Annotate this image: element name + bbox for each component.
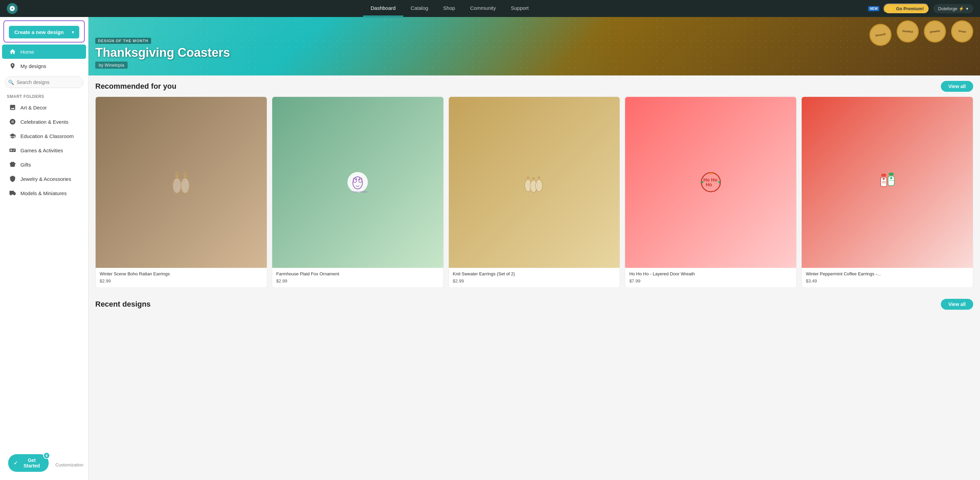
product-card-2[interactable]: Knit Sweater Earrings (Set of 2) $2.99 xyxy=(449,97,620,288)
jewelry-icon xyxy=(9,175,16,182)
customization-label: Customization xyxy=(56,462,83,467)
image-icon xyxy=(9,104,16,111)
svg-rect-2 xyxy=(176,176,178,177)
smart-folders-label: Smart folders xyxy=(0,92,88,100)
get-started-badge: 4 xyxy=(43,452,50,459)
product-name-0: Winter Scene Boho Rattan Earrings xyxy=(100,271,263,277)
sidebar-item-celebration-events[interactable]: Celebration & Events xyxy=(2,114,86,129)
svg-rect-27 xyxy=(881,174,886,176)
svg-point-10 xyxy=(355,179,356,180)
recommended-title: Recommended for you xyxy=(95,82,176,91)
product-image-4 xyxy=(802,97,973,268)
product-name-1: Farmhouse Plaid Fox Ornament xyxy=(276,271,439,277)
recommended-section: Recommended for you View all xyxy=(89,76,980,293)
product-name-2: Knit Sweater Earrings (Set of 2) xyxy=(453,271,616,277)
nav-shop[interactable]: Shop xyxy=(436,0,463,17)
svg-point-1 xyxy=(181,178,189,193)
create-new-design-button[interactable]: Create a new design ▾ xyxy=(9,26,79,38)
logo-icon xyxy=(9,5,15,11)
recommended-product-grid: Winter Scene Boho Rattan Earrings $2.99 xyxy=(95,97,973,288)
search-wrapper: 🔍 xyxy=(0,73,88,92)
go-premium-button[interactable]: ⚡ Go Premium! xyxy=(883,3,929,14)
product-name-4: Winter Peppermint Coffee Earrings -... xyxy=(806,271,969,277)
coaster-3: grateful xyxy=(923,19,947,43)
sidebar-item-art-decor[interactable]: Art & Decor xyxy=(2,100,86,114)
sidebar-item-my-designs[interactable]: My designs xyxy=(2,59,86,73)
product-image-3: Ho Ho Ho xyxy=(625,97,796,268)
main-layout: Create a new design ▾ Home My designs 🔍 xyxy=(0,17,980,480)
product-info-1: Farmhouse Plaid Fox Ornament $2.99 xyxy=(272,268,443,288)
get-started-button[interactable]: 4 ✓ Get Started xyxy=(8,454,49,472)
hero-tag: Design of the Month xyxy=(95,38,151,44)
new-badge: NEW xyxy=(868,6,879,11)
product-info-3: Ho Ho Ho - Layered Door Wreath $7.99 xyxy=(625,268,796,288)
sidebar-item-games-activities[interactable]: Games & Activities xyxy=(2,143,86,157)
coaster-2: thankful xyxy=(896,19,920,43)
product-price-0: $2.99 xyxy=(100,279,263,284)
svg-rect-28 xyxy=(889,173,894,176)
product-price-1: $2.99 xyxy=(276,279,439,284)
svg-point-5 xyxy=(184,172,186,175)
product-image-0 xyxy=(95,97,267,268)
sidebar-item-education-classroom[interactable]: Education & Classroom xyxy=(2,129,86,143)
hero-title: Thanksgiving Coasters xyxy=(95,46,230,60)
product-card-4[interactable]: Winter Peppermint Coffee Earrings -... $… xyxy=(801,97,973,288)
designs-icon xyxy=(9,62,16,70)
games-icon xyxy=(9,147,16,154)
svg-rect-17 xyxy=(532,177,535,179)
nav-links: Dashboard Catalog Shop Community Support xyxy=(31,0,868,17)
nav-right-actions: NEW ⚡ Go Premium! Doleforge ⚡ ▾ xyxy=(868,3,973,14)
svg-point-22 xyxy=(701,181,703,183)
svg-text:Ho: Ho xyxy=(706,182,712,187)
search-input[interactable] xyxy=(5,76,83,88)
svg-point-30 xyxy=(890,177,892,179)
hero-banner[interactable]: Design of the Month Thanksgiving Coaster… xyxy=(89,17,980,76)
create-btn-wrapper: Create a new design ▾ xyxy=(3,21,85,43)
product-price-4: $3.49 xyxy=(806,279,969,284)
user-menu[interactable]: Doleforge ⚡ ▾ xyxy=(933,4,973,13)
home-icon xyxy=(9,48,16,55)
svg-point-23 xyxy=(718,181,721,183)
recent-designs-title: Recent designs xyxy=(95,300,151,309)
search-icon: 🔍 xyxy=(8,79,14,85)
recent-designs-header: Recent designs View all xyxy=(95,299,973,310)
product-card-1[interactable]: Happy Holidays Farmhouse Plaid Fox Ornam… xyxy=(272,97,444,288)
lightning-icon: ⚡ xyxy=(889,6,894,11)
product-name-3: Ho Ho Ho - Layered Door Wreath xyxy=(629,271,792,277)
recent-view-all-button[interactable]: View all xyxy=(941,299,973,310)
product-info-4: Winter Peppermint Coffee Earrings -... $… xyxy=(802,268,973,288)
svg-rect-18 xyxy=(538,177,540,179)
nav-community[interactable]: Community xyxy=(463,0,503,17)
hero-text: Design of the Month Thanksgiving Coaster… xyxy=(95,37,230,69)
product-image-2 xyxy=(449,97,620,268)
svg-point-11 xyxy=(359,179,360,180)
product-info-0: Winter Scene Boho Rattan Earrings $2.99 xyxy=(95,268,267,288)
svg-rect-3 xyxy=(184,176,186,177)
nav-dashboard[interactable]: Dashboard xyxy=(363,0,403,17)
hero-author: by Winetopia xyxy=(95,62,127,69)
product-card-3[interactable]: Ho Ho Ho Ho Ho Ho - Layered Door Wreath … xyxy=(625,97,797,288)
app-logo[interactable] xyxy=(7,3,18,14)
svg-point-15 xyxy=(536,179,542,192)
sidebar-item-models-miniatures[interactable]: Models & Miniatures xyxy=(2,186,86,200)
top-navigation: Dashboard Catalog Shop Community Support… xyxy=(0,0,980,17)
svg-point-29 xyxy=(883,178,885,180)
checkmark-icon: ✓ xyxy=(14,460,18,466)
sidebar-item-home[interactable]: Home xyxy=(2,44,86,59)
sidebar: Create a new design ▾ Home My designs 🔍 xyxy=(0,17,89,480)
nav-catalog[interactable]: Catalog xyxy=(403,0,436,17)
svg-point-0 xyxy=(173,178,181,193)
nav-support[interactable]: Support xyxy=(503,0,536,17)
hero-coasters: blessed thankful grateful loved xyxy=(837,21,973,43)
star-icon xyxy=(9,118,16,125)
recommended-view-all-button[interactable]: View all xyxy=(941,81,973,92)
sidebar-item-jewelry-accessories[interactable]: Jewelry & Accessories xyxy=(2,172,86,186)
product-price-2: $2.99 xyxy=(453,279,616,284)
svg-rect-16 xyxy=(527,177,529,179)
sidebar-item-gifts[interactable]: Gifts xyxy=(2,157,86,172)
gift-icon xyxy=(9,161,16,168)
sidebar-nav: Home My designs 🔍 Smart folders Art xyxy=(0,43,88,202)
models-icon xyxy=(9,189,16,197)
product-card-0[interactable]: Winter Scene Boho Rattan Earrings $2.99 xyxy=(95,97,267,288)
product-info-2: Knit Sweater Earrings (Set of 2) $2.99 xyxy=(449,268,620,288)
